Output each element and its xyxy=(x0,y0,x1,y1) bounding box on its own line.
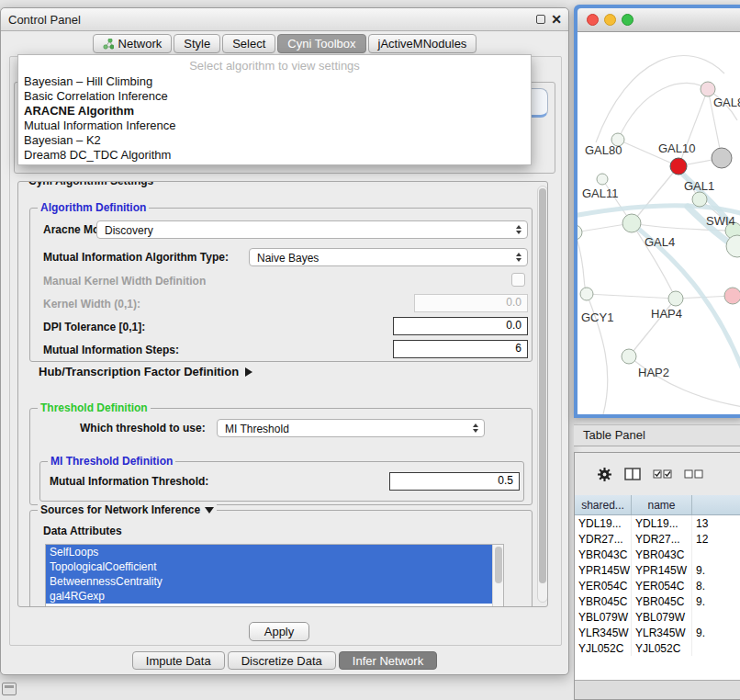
zoom-button[interactable] xyxy=(622,14,633,26)
group-title: MI Threshold Definition xyxy=(48,455,175,468)
table-row[interactable]: YBL079WYBL079W xyxy=(575,609,740,625)
network-node[interactable] xyxy=(622,349,636,364)
attribute-item[interactable]: gal4RGexp xyxy=(46,589,503,604)
tab-style[interactable]: Style xyxy=(174,34,220,53)
deselect-all-button[interactable] xyxy=(684,469,703,480)
attribute-item[interactable]: TopologicalCoefficient xyxy=(46,559,503,574)
unchecked-boxes-icon xyxy=(684,469,703,480)
network-node[interactable] xyxy=(724,288,740,304)
which-threshold-combo[interactable]: MI Threshold xyxy=(217,419,485,437)
hub-definition-expander[interactable]: Hub/Transcription Factor Definition xyxy=(39,365,252,378)
network-node-label: SWI4 xyxy=(706,214,735,228)
select-all-button[interactable] xyxy=(653,469,672,480)
desktop: { "control_panel": { "title": "Control P… xyxy=(0,0,740,700)
table-row[interactable]: YJL052CYJL052C xyxy=(575,640,740,656)
column-header-extra[interactable] xyxy=(692,495,740,514)
network-icon xyxy=(103,39,114,50)
tab-select[interactable]: Select xyxy=(222,34,275,53)
network-node-label: GAL11 xyxy=(582,186,619,200)
mi-threshold-field[interactable]: 0.5 xyxy=(389,472,520,491)
network-canvas[interactable]: GAL8GAL80GAL10GAL11GAL1SWI4GAL4GCY1HAP4H… xyxy=(577,32,740,414)
network-node[interactable] xyxy=(701,82,715,96)
bottom-tab-infer-network[interactable]: Infer Network xyxy=(339,651,437,670)
tab-network[interactable]: Network xyxy=(93,34,173,53)
algorithm-option[interactable]: Dream8 DC_TDC Algorithm xyxy=(18,148,531,163)
mi-type-combo[interactable]: Naive Bayes xyxy=(249,248,528,266)
table-row[interactable]: YER054CYER054C8. xyxy=(575,578,740,593)
table-cell: YBR043C xyxy=(575,547,632,562)
network-node[interactable] xyxy=(622,214,641,232)
network-node-label: GAL1 xyxy=(684,179,714,193)
algorithm-option[interactable]: Bayesian – Hill Climbing xyxy=(18,74,531,89)
table-panel-title: Table Panel xyxy=(583,428,645,442)
manual-kernel-label: Manual Kernel Width Definition xyxy=(43,276,206,287)
network-node[interactable] xyxy=(670,158,687,175)
table-cell: 12 xyxy=(692,531,740,547)
algorithm-option[interactable]: ARACNE Algorithm xyxy=(18,104,531,119)
apply-button[interactable]: Apply xyxy=(249,622,309,641)
network-node[interactable] xyxy=(712,148,732,168)
algorithm-option[interactable]: Basic Correlation Inference xyxy=(18,89,531,104)
columns-icon xyxy=(624,468,641,480)
minimize-button[interactable] xyxy=(604,14,616,26)
attribute-item[interactable]: BetweennessCentrality xyxy=(46,574,503,589)
dpi-tolerance-label: DPI Tolerance [0,1]: xyxy=(43,322,145,333)
tab-jactivemnodules[interactable]: jActiveMNodules xyxy=(368,34,477,53)
table-row[interactable]: YBR043CYBR043C xyxy=(575,547,740,562)
table-cell: YDR27... xyxy=(575,531,632,547)
network-edge xyxy=(587,294,676,299)
kernel-width-field[interactable]: 0.0 xyxy=(414,294,528,312)
table-cell: YBL079W xyxy=(632,609,692,625)
traffic-lights xyxy=(587,14,639,26)
combo-arrows-icon xyxy=(511,250,525,265)
network-view-window: GAL8GAL80GAL10GAL11GAL1SWI4GAL4GCY1HAP4H… xyxy=(574,5,740,418)
bottom-tab-discretize-data[interactable]: Discretize Data xyxy=(228,651,336,670)
table-cell: YBR045C xyxy=(632,593,692,609)
sources-expander[interactable]: Sources for Network Inference xyxy=(38,503,217,516)
group-title: Threshold Definition xyxy=(38,401,151,414)
network-edge xyxy=(629,356,740,407)
close-button[interactable] xyxy=(587,14,599,26)
network-node[interactable] xyxy=(692,192,707,207)
collapsed-panel-icon[interactable] xyxy=(2,683,17,695)
algorithm-option[interactable]: Mutual Information Inference xyxy=(18,119,531,133)
attributes-scrollbar-thumb[interactable] xyxy=(495,547,502,583)
bottom-tab-impute-data[interactable]: Impute Data xyxy=(132,651,225,670)
mi-threshold-group: MI Threshold Definition Mutual Informati… xyxy=(39,461,524,502)
table-row[interactable]: YLR345WYLR345W9. xyxy=(575,625,740,640)
table-row[interactable]: YPR145WYPR145W9. xyxy=(575,562,740,578)
network-node[interactable] xyxy=(668,291,683,306)
network-node[interactable] xyxy=(577,225,582,240)
dpi-tolerance-field[interactable]: 0.0 xyxy=(393,317,528,335)
algorithm-option[interactable]: Bayesian – K2 xyxy=(18,133,531,148)
table-cell: 13 xyxy=(692,515,740,531)
column-header-shared-name[interactable]: shared... xyxy=(575,495,632,514)
checked-boxes-icon xyxy=(653,469,672,480)
table-row[interactable]: YDR27...YDR27...12 xyxy=(575,531,740,547)
aracne-mode-combo[interactable]: Discovery xyxy=(96,220,528,239)
settings-scrollbar[interactable] xyxy=(537,186,548,603)
table-panel-window: shared... name YDL19...YDL19...13YDR27..… xyxy=(574,452,740,700)
network-node[interactable] xyxy=(580,288,593,300)
float-window-button[interactable] xyxy=(536,15,545,24)
table-settings-button[interactable] xyxy=(597,467,612,482)
dropdown-placeholder: Select algorithm to view settings xyxy=(18,58,531,74)
manual-kernel-checkbox[interactable] xyxy=(511,273,525,287)
attribute-item[interactable]: SelfLoops xyxy=(46,545,503,559)
tab-cyni-toolbox[interactable]: Cyni Toolbox xyxy=(277,34,365,53)
column-header-name[interactable]: name xyxy=(632,495,692,514)
column-layout-button[interactable] xyxy=(624,468,641,480)
table-row[interactable]: YBR045CYBR045C9. xyxy=(575,593,740,609)
close-window-button[interactable]: ✕ xyxy=(551,12,562,27)
attributes-scrollbar[interactable] xyxy=(492,545,503,607)
tab-label: Network xyxy=(118,37,163,51)
network-node[interactable] xyxy=(597,174,608,185)
combo-arrows-icon xyxy=(468,421,482,435)
settings-scrollbar-thumb[interactable] xyxy=(539,188,546,583)
table-cell: YLR345W xyxy=(632,625,692,640)
table-row[interactable]: YDL19...YDL19...13 xyxy=(575,515,740,531)
cyni-settings-group: Cyni Algorithm Settings Algorithm Defini… xyxy=(17,181,548,607)
threshold-definition-group: Threshold Definition Which threshold to … xyxy=(29,408,533,505)
dropdown-items: Bayesian – Hill ClimbingBasic Correlatio… xyxy=(18,74,531,163)
mi-steps-field[interactable]: 6 xyxy=(393,340,528,358)
